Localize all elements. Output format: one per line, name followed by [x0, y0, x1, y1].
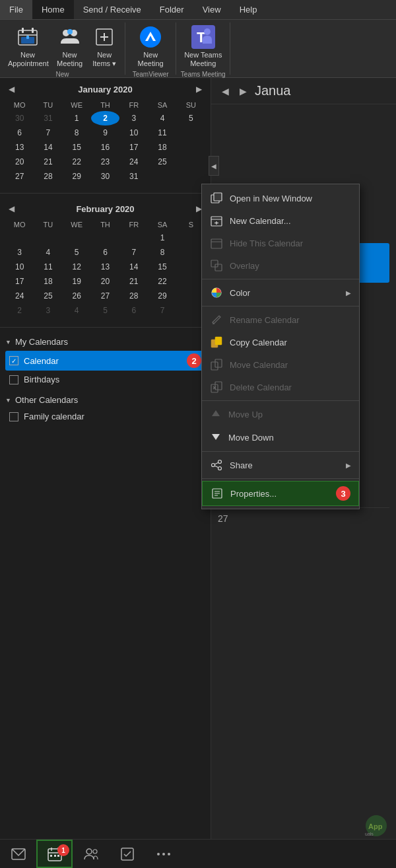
- feb-day-11[interactable]: 11: [34, 260, 62, 274]
- calendar-checkbox[interactable]: ✓: [9, 356, 18, 365]
- jan-day-17[interactable]: 17: [119, 140, 148, 155]
- feb-day-27[interactable]: 27: [91, 289, 119, 303]
- jan-day-16[interactable]: 16: [91, 140, 119, 155]
- feb-day-26[interactable]: 26: [63, 289, 91, 303]
- feb-day-24[interactable]: 24: [5, 289, 34, 303]
- feb-day-8[interactable]: 8: [148, 245, 176, 260]
- jan-day-23[interactable]: 23: [91, 155, 119, 169]
- jan-day-7[interactable]: 7: [34, 126, 62, 140]
- other-calendars-header[interactable]: ▼ Other Calendars: [5, 395, 205, 405]
- ctx-open-new-window[interactable]: Open in New Window: [202, 187, 359, 209]
- jan-day-31prev[interactable]: 31: [34, 111, 62, 126]
- feb-day-12[interactable]: 12: [63, 260, 91, 274]
- menu-view[interactable]: View: [193, 0, 230, 19]
- jan-day-3[interactable]: 3: [119, 111, 148, 126]
- calendar-item-family[interactable]: Family calendar: [5, 409, 205, 424]
- feb-day-19[interactable]: 19: [63, 274, 91, 289]
- menu-home[interactable]: Home: [32, 0, 74, 19]
- sidebar-collapse-button[interactable]: ◀: [209, 156, 219, 176]
- teams-meeting-button[interactable]: T New TeamsMeeting: [180, 22, 226, 71]
- feb-day-18[interactable]: 18: [34, 274, 62, 289]
- ctx-properties[interactable]: Properties... 3: [202, 481, 359, 506]
- jan-day-5[interactable]: 5: [177, 111, 205, 126]
- feb-day-5next[interactable]: 5: [91, 303, 119, 318]
- new-appointment-button[interactable]: NewAppointment: [4, 22, 51, 71]
- jan-day-15[interactable]: 15: [63, 140, 91, 155]
- feb-day-6[interactable]: 6: [91, 245, 119, 260]
- jan-day-14[interactable]: 14: [34, 140, 62, 155]
- jan-day-30prev[interactable]: 30: [5, 111, 34, 126]
- feb-day-7next[interactable]: 7: [148, 303, 176, 318]
- feb-day-22[interactable]: 22: [148, 274, 176, 289]
- ctx-new-calendar[interactable]: New Calendar...: [202, 209, 359, 232]
- jan-day-1[interactable]: 1: [63, 111, 91, 126]
- january-prev[interactable]: ◀: [5, 83, 18, 95]
- jan-day-18[interactable]: 18: [148, 140, 176, 155]
- jan-day-31[interactable]: 31: [119, 169, 148, 184]
- feb-day-17[interactable]: 17: [5, 274, 34, 289]
- ctx-move-down[interactable]: Move Down: [202, 426, 359, 449]
- jan-day-26[interactable]: [177, 155, 205, 169]
- my-calendars-header[interactable]: ▼ My Calendars: [5, 337, 205, 347]
- nav-people[interactable]: [73, 840, 109, 868]
- jan-day-6[interactable]: 6: [5, 126, 34, 140]
- february-prev[interactable]: ◀: [5, 203, 18, 215]
- menu-help[interactable]: Help: [230, 0, 267, 19]
- right-panel-next[interactable]: ▶: [237, 85, 249, 98]
- feb-day-2next[interactable]: 2: [5, 303, 34, 318]
- jan-day-21[interactable]: 21: [34, 155, 62, 169]
- new-meeting-button[interactable]: NewMeeting: [53, 22, 86, 71]
- feb-day-7[interactable]: 7: [119, 245, 148, 260]
- jan-day-4[interactable]: 4: [148, 111, 176, 126]
- jan-day-29[interactable]: 29: [63, 169, 91, 184]
- menu-send-receive[interactable]: Send / Receive: [74, 0, 150, 19]
- ctx-color[interactable]: Color ▶: [202, 281, 359, 304]
- feb-day-4next[interactable]: 4: [63, 303, 91, 318]
- teamviewer-meeting-button[interactable]: NewMeeting: [129, 22, 172, 71]
- jan-day-28[interactable]: 28: [34, 169, 62, 184]
- nav-mail[interactable]: [0, 840, 36, 868]
- menu-folder[interactable]: Folder: [150, 0, 193, 19]
- jan-day-11[interactable]: 11: [148, 126, 176, 140]
- feb-day-25[interactable]: 25: [34, 289, 62, 303]
- calendar-item-calendar[interactable]: ✓ Calendar 2: [5, 351, 205, 371]
- nav-tasks[interactable]: [109, 840, 145, 868]
- jan-day-24[interactable]: 24: [119, 155, 148, 169]
- feb-day-14[interactable]: 14: [119, 260, 148, 274]
- right-panel-prev[interactable]: ◀: [219, 85, 232, 98]
- jan-day-13[interactable]: 13: [5, 140, 34, 155]
- family-checkbox[interactable]: [9, 412, 18, 421]
- feb-day-15[interactable]: 15: [148, 260, 176, 274]
- jan-day-20[interactable]: 20: [5, 155, 34, 169]
- feb-day-10[interactable]: 10: [5, 260, 34, 274]
- jan-day-27[interactable]: 27: [5, 169, 34, 184]
- feb-day-29[interactable]: 29: [148, 289, 176, 303]
- ctx-copy[interactable]: Copy Calendar: [202, 331, 359, 353]
- new-items-button[interactable]: NewItems ▾: [88, 22, 121, 71]
- birthdays-checkbox[interactable]: [9, 375, 18, 384]
- feb-day-3next[interactable]: 3: [34, 303, 62, 318]
- feb-day-13[interactable]: 13: [91, 260, 119, 274]
- january-next[interactable]: ▶: [193, 83, 205, 95]
- feb-day-3[interactable]: 3: [5, 245, 34, 260]
- jan-day-10[interactable]: 10: [119, 126, 148, 140]
- ctx-share[interactable]: Share ▶: [202, 454, 359, 476]
- jan-day-8[interactable]: 8: [63, 126, 91, 140]
- feb-day-4[interactable]: 4: [34, 245, 62, 260]
- feb-day-20[interactable]: 20: [91, 274, 119, 289]
- feb-day-6next[interactable]: 6: [119, 303, 148, 318]
- jan-day-25[interactable]: 25: [148, 155, 176, 169]
- feb-day-21[interactable]: 21: [119, 274, 148, 289]
- jan-day-30[interactable]: 30: [91, 169, 119, 184]
- jan-day-2[interactable]: 2: [91, 111, 119, 126]
- feb-day-28[interactable]: 28: [119, 289, 148, 303]
- feb-day-5[interactable]: 5: [63, 245, 91, 260]
- menu-file[interactable]: File: [0, 0, 32, 19]
- jan-day-22[interactable]: 22: [63, 155, 91, 169]
- nav-more[interactable]: [145, 840, 182, 868]
- calendar-item-birthdays[interactable]: Birthdays: [5, 372, 205, 387]
- jan-day-19[interactable]: [177, 140, 205, 155]
- feb-day-1[interactable]: 1: [148, 231, 176, 245]
- nav-calendar[interactable]: 1: [36, 840, 73, 868]
- jan-day-12[interactable]: [177, 126, 205, 140]
